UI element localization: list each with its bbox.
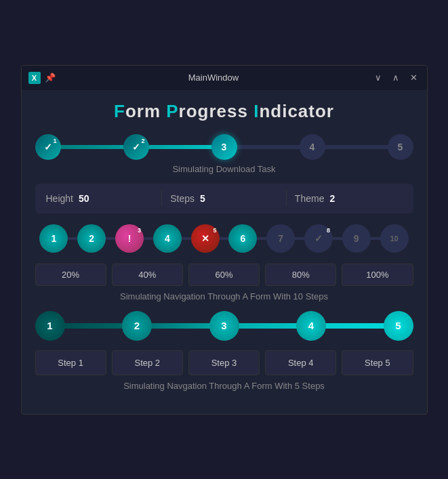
circle-5[interactable]: ✕ 5 (191, 224, 220, 253)
circle-2[interactable]: 2 (77, 224, 106, 253)
checkmark-1: ✓ (44, 142, 52, 152)
control-steps: Steps 5 (170, 193, 278, 204)
height-label: Height (46, 193, 73, 204)
controls-row: Height 50 Steps 5 Theme 2 (35, 184, 413, 213)
progress-section-1: ✓1 ✓2 3 4 5 Simulating Download (35, 134, 413, 174)
step-btn-4[interactable]: Step 4 (265, 350, 336, 375)
checkmark-2: ✓ (132, 142, 140, 152)
titlebar-left: X 📌 (28, 72, 56, 84)
app-title: Form Progress Indicator (35, 101, 413, 122)
restore-button[interactable]: ∧ (390, 72, 402, 83)
divider-1 (161, 190, 162, 207)
step-num-3: 3 (222, 142, 227, 152)
step-btn-3[interactable]: Step 3 (188, 350, 260, 375)
titlebar: X 📌 MainWindow ∨ ∧ ✕ (22, 66, 427, 90)
pin-icon[interactable]: 📌 (45, 72, 56, 83)
control-height: Height 50 (46, 193, 154, 204)
step-node-3[interactable]: 3 (211, 134, 237, 160)
app-icon: X (28, 72, 41, 84)
close-button[interactable]: ✕ (407, 72, 420, 83)
title-f: F (114, 101, 125, 121)
circle-3[interactable]: ! 3 (115, 224, 144, 253)
nav-node-2[interactable]: 2 (122, 311, 152, 341)
step-nodes: ✓1 ✓2 3 4 5 (35, 134, 413, 160)
circle-8-sup: 8 (327, 227, 330, 234)
step-buttons: Step 1 Step 2 Step 3 Step 4 Step 5 (35, 350, 413, 375)
pct-20[interactable]: 20% (35, 264, 106, 286)
nav-node-3[interactable]: 3 (209, 311, 239, 341)
content-area: Form Progress Indicator ✓1 ✓2 3 (22, 90, 427, 414)
height-value: 50 (79, 193, 89, 204)
pct-80[interactable]: 80% (265, 264, 336, 286)
titlebar-controls: ∨ ∧ ✕ (372, 72, 420, 83)
step-node-2[interactable]: ✓2 (123, 134, 149, 160)
bottom-subtitle: Simulating Navgation Through A Form With… (35, 381, 413, 391)
nav-subtitle: Simulating Navigation Through A Form Wit… (35, 291, 413, 301)
step-btn-5[interactable]: Step 5 (342, 350, 413, 375)
main-window: X 📌 MainWindow ∨ ∧ ✕ Form Progress Indic… (21, 65, 428, 415)
circle-10[interactable]: 10 (380, 224, 409, 253)
circle-8[interactable]: ✓ 8 (304, 224, 333, 253)
nav-node-1[interactable]: 1 (35, 311, 65, 341)
circle-6[interactable]: 6 (228, 224, 257, 253)
circle-4[interactable]: 4 (153, 224, 182, 253)
title-p: P (166, 101, 178, 121)
nav-nodes: 1 2 3 4 5 (35, 311, 413, 341)
step-node-4[interactable]: 4 (300, 134, 325, 160)
pct-40[interactable]: 40% (112, 264, 183, 286)
step-num-5: 5 (398, 142, 403, 152)
minimize-button[interactable]: ∨ (372, 72, 384, 83)
circle-9[interactable]: 9 (342, 224, 371, 253)
step-btn-2[interactable]: Step 2 (112, 350, 183, 375)
pct-60[interactable]: 60% (188, 264, 260, 286)
nav-node-4[interactable]: 4 (296, 311, 326, 341)
progress-subtitle-1: Simulating Download Task (35, 164, 413, 174)
progress-steps-row: ✓1 ✓2 3 4 5 (35, 134, 413, 160)
step-circles-10: 1 2 ! 3 4 ✕ 5 6 7 ✓ 8 9 10 (35, 224, 413, 253)
steps-label: Steps (170, 193, 195, 204)
divider-2 (286, 190, 287, 207)
window-title: MainWindow (56, 72, 372, 83)
control-theme: Theme 2 (295, 193, 403, 204)
circle-3-sup: 3 (138, 227, 141, 234)
circle-5-sup: 5 (213, 227, 217, 234)
steps-value: 5 (200, 193, 205, 204)
pct-buttons: 20% 40% 60% 80% 100% (35, 264, 413, 286)
theme-label: Theme (295, 193, 325, 204)
step-node-1[interactable]: ✓1 (35, 134, 61, 160)
pct-100[interactable]: 100% (342, 264, 413, 286)
nav-progress-row: 1 2 3 4 5 (35, 311, 413, 341)
nav-node-5[interactable]: 5 (384, 311, 413, 341)
step-btn-1[interactable]: Step 1 (35, 350, 106, 375)
circle-7[interactable]: 7 (266, 224, 295, 253)
step-node-5[interactable]: 5 (388, 134, 413, 160)
circle-1[interactable]: 1 (39, 224, 68, 253)
nav-section: Simulating Navigation Through A Form Wit… (35, 291, 413, 391)
theme-value: 2 (329, 193, 335, 204)
step-num-4: 4 (310, 142, 315, 152)
